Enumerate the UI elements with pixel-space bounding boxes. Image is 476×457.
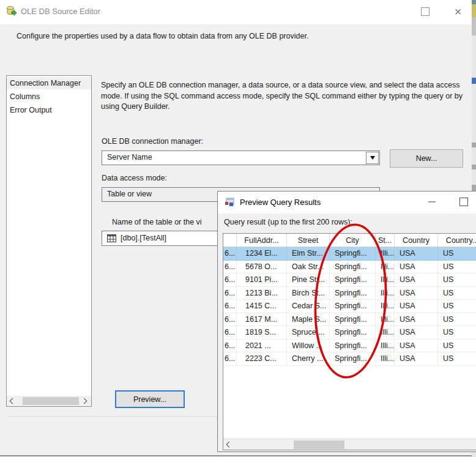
grid-column-header[interactable]	[223, 234, 237, 247]
table-cell: Springfi...	[330, 300, 376, 313]
table-cell: Illi...	[376, 287, 395, 300]
table-cell: Spruce ...	[287, 326, 330, 340]
table-row[interactable]: 6...1234 El...Elm Str...Springfi...Illi.…	[223, 247, 476, 261]
maximize-icon	[459, 198, 468, 206]
table-cell: USA	[395, 261, 438, 274]
connection-manager-dropdown-button[interactable]	[366, 152, 379, 164]
table-cell: Springfi...	[330, 340, 376, 353]
sidebar-horizontal-scrollbar[interactable]	[7, 396, 91, 406]
table-cell: 1234 El...	[237, 247, 287, 261]
table-row[interactable]: 6...9101 Pi...Pine Str...Springfi...Illi…	[223, 273, 476, 287]
table-cell: 6...	[223, 261, 237, 274]
grid-horizontal-scrollbar[interactable]	[223, 439, 476, 450]
connection-manager-combo[interactable]: Server Name	[102, 150, 380, 165]
query-result-label: Query result (up to the first 200 rows):	[224, 218, 352, 226]
table-cell: Elm Str...	[287, 247, 330, 261]
chevron-down-icon	[370, 156, 375, 160]
preview-button[interactable]: Preview...	[115, 390, 185, 408]
table-row[interactable]: 6...1617 M...Maple S...Springfi...Illi..…	[223, 313, 476, 327]
scrollbar-thumb[interactable]	[294, 440, 344, 449]
sidebar-item-error-output[interactable]: Error Output	[7, 104, 91, 116]
table-cell: 1415 C...	[237, 300, 287, 313]
data-access-mode-label: Data access mode:	[102, 174, 167, 182]
table-icon	[107, 234, 116, 244]
connection-manager-value: Server Name	[107, 153, 152, 162]
table-cell: Illi...	[376, 300, 395, 313]
table-cell: USA	[395, 326, 438, 340]
table-cell: US	[438, 247, 476, 261]
table-cell: Springfi...	[330, 273, 376, 287]
table-cell: 6...	[223, 273, 237, 287]
sliver-mark	[472, 165, 476, 169]
table-cell: US	[438, 261, 476, 274]
table-cell: US	[438, 313, 476, 327]
table-row[interactable]: 6...1213 Bi...Birch St...Springfi...Illi…	[223, 287, 476, 300]
table-cell: 6...	[223, 326, 237, 340]
table-cell: US	[438, 273, 476, 287]
table-cell: US	[438, 300, 476, 313]
scroll-left-icon[interactable]	[10, 398, 16, 404]
table-row[interactable]: 6...1819 S...Spruce ...Springfi...Illi..…	[223, 326, 476, 340]
table-cell: 6...	[223, 313, 237, 327]
table-cell: 5678 O...	[237, 261, 287, 274]
database-source-icon	[6, 6, 17, 17]
table-cell: US	[438, 326, 476, 340]
preview-minimize-button[interactable]	[420, 191, 444, 212]
preview-maximize-button[interactable]	[452, 191, 476, 212]
close-button[interactable]: ×	[444, 0, 472, 23]
preview-query-results-dialog: Preview Query Results Query result (up t…	[217, 191, 476, 452]
page-list-panel: Connection Manager Columns Error Output	[6, 75, 92, 407]
table-cell: USA	[395, 313, 438, 327]
table-cell: Illi...	[376, 313, 395, 327]
preview-dialog-title: Preview Query Results	[240, 198, 321, 207]
table-cell: 2223 C...	[237, 352, 287, 366]
table-cell: Springfi...	[330, 313, 376, 327]
maximize-button[interactable]	[411, 0, 439, 23]
scrollbar-thumb[interactable]	[23, 397, 79, 405]
close-icon: ×	[455, 6, 462, 18]
table-cell: USA	[395, 300, 438, 313]
minimize-icon	[428, 201, 436, 202]
table-cell: Cherry ...	[287, 352, 330, 366]
query-results-grid: FullAddr...StreetCitySt...CountryCountry…	[223, 233, 476, 450]
table-cell: Springfi...	[330, 261, 376, 274]
scroll-right-icon[interactable]	[81, 398, 87, 404]
table-cell: Illi...	[376, 326, 395, 340]
table-cell: 2021 ...	[237, 340, 287, 353]
table-cell: Illi...	[376, 247, 395, 261]
table-cell: Springfi...	[330, 287, 376, 300]
table-row[interactable]: 6...1415 C...Cedar S...Springfi...Illi..…	[223, 300, 476, 313]
grid-column-header[interactable]: City	[330, 234, 376, 247]
table-cell: US	[438, 352, 476, 366]
sidebar-item-columns[interactable]: Columns	[7, 91, 91, 103]
preview-window-icon	[225, 198, 234, 207]
grid-column-header[interactable]: St...	[376, 234, 395, 247]
table-cell: 6...	[223, 287, 237, 300]
table-row[interactable]: 6...5678 O...Oak Str...Springfi...Illi..…	[223, 261, 476, 274]
grid-column-header[interactable]: Street	[287, 234, 330, 247]
table-cell: 1213 Bi...	[237, 287, 287, 300]
sliver-mark	[472, 143, 476, 147]
grid-column-header[interactable]: FullAddr...	[237, 234, 287, 247]
table-cell: Springfi...	[330, 352, 376, 366]
grid-column-header[interactable]: Country...	[438, 234, 476, 247]
table-cell: 9101 Pi...	[237, 273, 287, 287]
new-button[interactable]: New...	[390, 149, 463, 168]
grid-header-row: FullAddr...StreetCitySt...CountryCountry…	[223, 234, 476, 247]
table-cell: 6...	[223, 247, 237, 261]
maximize-icon	[421, 7, 430, 16]
sliver-mark	[472, 4, 476, 17]
table-cell: USA	[395, 352, 438, 366]
connection-manager-label: OLE DB connection manager:	[102, 137, 203, 146]
sliver-mark	[472, 0, 476, 4]
table-row[interactable]: 6...2223 C...Cherry ...Springfi...Illi..…	[223, 352, 476, 366]
table-cell: Maple S...	[287, 313, 330, 327]
table-row[interactable]: 6...2021 ...Willow ...Springfi...Illi...…	[223, 340, 476, 353]
table-cell: Illi...	[376, 340, 395, 353]
table-name-value: [dbo].[TestAll]	[121, 234, 166, 242]
data-access-mode-value: Table or view	[107, 190, 152, 198]
grid-column-header[interactable]: Country	[395, 234, 438, 247]
table-cell: USA	[395, 273, 438, 287]
sidebar-item-connection-manager[interactable]: Connection Manager	[7, 77, 91, 89]
scroll-left-icon[interactable]	[226, 442, 232, 448]
